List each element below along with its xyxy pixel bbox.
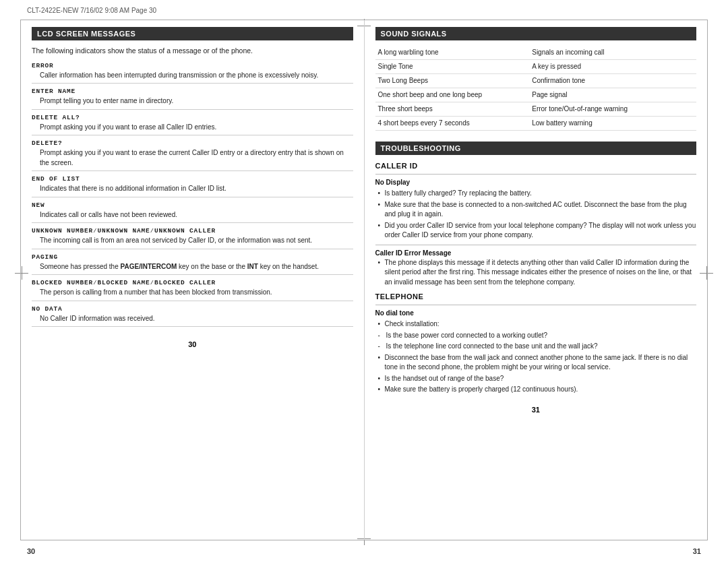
main-border: LCD SCREEN MESSAGES The following indica… xyxy=(20,20,708,540)
sound-signal-3: One short beep and one long beep xyxy=(375,88,530,102)
trouble-divider-2 xyxy=(375,245,697,245)
term-label-delete: DELETE? xyxy=(32,139,353,147)
page-meta-header: CLT-2422E-NEW 7/16/02 9:08 AM Page 30 xyxy=(0,0,728,17)
trouble-section-header: TROUBLESHOOTING xyxy=(375,142,697,155)
trouble-divider-3 xyxy=(375,305,697,305)
page-numbers-row: 30 31 xyxy=(0,543,728,562)
term-error: ERROR Caller information has been interr… xyxy=(32,62,353,84)
term-enter-name: ENTER NAME Prompt telling you to enter n… xyxy=(32,88,353,110)
term-label-paging: PAGING xyxy=(32,253,353,261)
sound-row-0: A long warbling tone Signals an incoming… xyxy=(375,46,697,60)
trouble-nodialtone-item-0: Check installation: xyxy=(375,319,697,330)
term-desc-end-of-list: Indicates that there is no additional in… xyxy=(32,184,353,197)
lcd-section-header: LCD SCREEN MESSAGES xyxy=(32,27,353,40)
term-desc-unknown: The incoming call is from an area not se… xyxy=(32,236,353,249)
trouble-errormsg-title: Caller ID Error Message xyxy=(375,249,697,257)
term-label-enter-name: ENTER NAME xyxy=(32,88,353,95)
trouble-nodisplay-item-2: Did you order Caller ID service from you… xyxy=(375,221,697,241)
term-paging: PAGING Someone has pressed the PAGE/INTE… xyxy=(32,253,353,276)
sound-meaning-2: Confirmation tone xyxy=(529,74,696,88)
sound-row-4: Three short beeps Error tone/Out-of-rang… xyxy=(375,102,697,117)
trouble-nodisplay-item-1: Make sure that the base is connected to … xyxy=(375,200,697,220)
trouble-nodialtone-item-3: Disconnect the base from the wall jack a… xyxy=(375,353,697,373)
page-num-left-bottom: 30 xyxy=(27,547,35,555)
sound-signal-0: A long warbling tone xyxy=(375,46,530,60)
term-label-new: NEW xyxy=(32,201,353,209)
term-desc-blocked: The person is calling from a number that… xyxy=(32,288,353,301)
trouble-telephone-title: TELEPHONE xyxy=(375,292,697,301)
trouble-nodialtone-list: Check installation: Is the base power co… xyxy=(375,319,697,395)
term-desc-enter-name: Prompt telling you to enter name in dire… xyxy=(32,96,353,110)
term-blocked: BLOCKED NUMBER∕BLOCKED NAME∕BLOCKED CALL… xyxy=(32,279,353,301)
sound-row-1: Single Tone A key is pressed xyxy=(375,60,697,74)
page-num-right-bottom: 31 xyxy=(693,547,701,555)
trouble-errormsg-item-0: The phone displays this message if it de… xyxy=(375,258,697,288)
term-desc-error: Caller information has been interrupted … xyxy=(32,71,353,84)
trouble-nodialtone-item-2: Is the telephone line cord connected to … xyxy=(375,342,697,352)
term-end-of-list: END OF LIST Indicates that there is no a… xyxy=(32,175,353,197)
sound-row-5: 4 short beeps every 7 seconds Low batter… xyxy=(375,117,697,131)
trouble-nodialtone-item-4: Is the handset out of range of the base? xyxy=(375,374,697,384)
trouble-nodisplay-list: Is battery fully charged? Try replacing … xyxy=(375,189,697,241)
trouble-nodialtone-item-5: Make sure the battery is properly charge… xyxy=(375,385,697,395)
term-unknown: UNKNOWN NUMBER∕UNKNOWN NAME∕UNKNOWN CALL… xyxy=(32,227,353,249)
right-column: SOUND SIGNALS A long warbling tone Signa… xyxy=(365,20,708,540)
trouble-nodisplay-item-0: Is battery fully charged? Try replacing … xyxy=(375,189,697,199)
term-label-unknown: UNKNOWN NUMBER∕UNKNOWN NAME∕UNKNOWN CALL… xyxy=(32,227,353,235)
term-desc-delete-all: Prompt asking you if you want to erase a… xyxy=(32,123,353,136)
term-desc-no-data: No Caller ID information was received. xyxy=(32,314,353,327)
page-number-right: 31 xyxy=(375,399,697,414)
inner-content: LCD SCREEN MESSAGES The following indica… xyxy=(21,20,707,540)
term-label-blocked: BLOCKED NUMBER∕BLOCKED NAME∕BLOCKED CALL… xyxy=(32,279,353,286)
term-new: NEW Indicates call or calls have not bee… xyxy=(32,201,353,224)
trouble-nodialtone-title: No dial tone xyxy=(375,309,697,317)
term-desc-delete: Prompt asking you if you want to erase t… xyxy=(32,148,353,171)
sound-row-3: One short beep and one long beep Page si… xyxy=(375,88,697,102)
left-column: LCD SCREEN MESSAGES The following indica… xyxy=(21,20,365,540)
term-label-no-data: NO DATA xyxy=(32,305,353,313)
sound-meaning-3: Page signal xyxy=(529,88,696,102)
sound-section-header: SOUND SIGNALS xyxy=(375,27,697,40)
term-desc-paging: Someone has pressed the PAGE/INTERCOM ke… xyxy=(32,262,353,276)
trouble-nodialtone-item-1: Is the base power cord connected to a wo… xyxy=(375,331,697,341)
meta-text: CLT-2422E-NEW 7/16/02 9:08 AM Page 30 xyxy=(27,7,156,14)
sound-signal-1: Single Tone xyxy=(375,60,530,74)
trouble-divider-1 xyxy=(375,174,697,175)
trouble-nodisplay-title: No Display xyxy=(375,179,697,186)
term-label-delete-all: DELETE ALL? xyxy=(32,114,353,121)
page: CLT-2422E-NEW 7/16/02 9:08 AM Page 30 LC… xyxy=(0,0,728,562)
term-no-data: NO DATA No Caller ID information was rec… xyxy=(32,305,353,327)
trouble-callerid-title: CALLER ID xyxy=(375,162,697,170)
sound-signal-4: Three short beeps xyxy=(375,102,530,117)
sound-signal-5: 4 short beeps every 7 seconds xyxy=(375,117,530,131)
sound-signal-2: Two Long Beeps xyxy=(375,74,530,88)
sound-meaning-4: Error tone/Out-of-range warning xyxy=(529,102,696,117)
sound-meaning-5: Low battery warning xyxy=(529,117,696,131)
trouble-errormsg-list: The phone displays this message if it de… xyxy=(375,258,697,288)
page-number-left: 30 xyxy=(32,330,353,348)
sound-table: A long warbling tone Signals an incoming… xyxy=(375,46,697,131)
sound-meaning-0: Signals an incoming call xyxy=(529,46,696,60)
term-label-end-of-list: END OF LIST xyxy=(32,175,353,183)
lcd-intro: The following indicators show the status… xyxy=(32,46,353,57)
sound-meaning-1: A key is pressed xyxy=(529,60,696,74)
term-desc-new: Indicates call or calls have not been re… xyxy=(32,210,353,224)
term-delete: DELETE? Prompt asking you if you want to… xyxy=(32,139,353,171)
sound-row-2: Two Long Beeps Confirmation tone xyxy=(375,74,697,88)
term-delete-all: DELETE ALL? Prompt asking you if you wan… xyxy=(32,114,353,136)
term-label-error: ERROR xyxy=(32,62,353,69)
